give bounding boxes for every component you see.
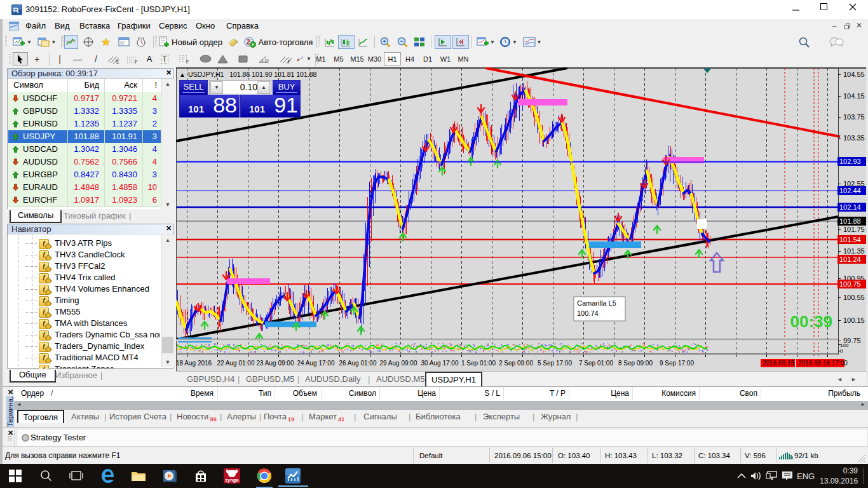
svg-text:18 Aug 2016: 18 Aug 2016 [176, 360, 212, 367]
svg-text:0: 0 [840, 348, 843, 354]
svg-text:9 Sep 17:00: 9 Sep 17:00 [660, 360, 694, 367]
svg-text:101.88: 101.88 [839, 217, 861, 225]
svg-text:▲: ▲ [179, 71, 186, 78]
svg-text:101.54: 101.54 [839, 236, 861, 243]
svg-text:00:39: 00:39 [790, 312, 833, 331]
svg-text:100.75: 100.75 [839, 280, 861, 288]
svg-text:7 Sep 01:00: 7 Sep 01:00 [579, 360, 613, 367]
svg-text:101.24: 101.24 [839, 255, 861, 263]
svg-text:103.35: 103.35 [843, 134, 865, 142]
svg-text:22 Aug 01:00: 22 Aug 01:00 [217, 360, 255, 367]
svg-text:102.14: 102.14 [839, 203, 861, 211]
svg-text:Camarilla L5: Camarilla L5 [577, 299, 616, 307]
svg-text:26 Aug 01:00: 26 Aug 01:00 [339, 360, 377, 367]
svg-text:100: 100 [840, 342, 849, 348]
svg-text:102.93: 102.93 [839, 158, 861, 165]
svg-text:8 Sep 09:00: 8 Sep 09:00 [618, 360, 653, 367]
svg-text:F: F [186, 60, 189, 64]
svg-text:USDJPY,H1 101.86 101.90 101.: USDJPY,H1 101.86 101.90 101.81 101.88 [188, 71, 317, 78]
svg-text:2 Sep 09:00: 2 Sep 09:00 [499, 360, 533, 367]
svg-text:2016.09.16 17:00: 2016.09.16 17:00 [798, 360, 848, 367]
svg-text:24 Aug 17:00: 24 Aug 17:00 [297, 360, 335, 367]
svg-text:1 Sep 01:00: 1 Sep 01:00 [461, 360, 496, 367]
svg-text:F: F [288, 60, 290, 64]
svg-text:F: F [135, 60, 137, 64]
svg-text:100.74: 100.74 [577, 309, 599, 317]
svg-text:102.44: 102.44 [839, 187, 861, 194]
svg-text:2016.09.15: 2016.09.15 [763, 360, 794, 367]
svg-text:104.15: 104.15 [843, 92, 865, 100]
svg-text:100.55: 100.55 [843, 294, 865, 301]
svg-text:E: E [116, 60, 119, 64]
svg-text:30 Aug 17:00: 30 Aug 17:00 [421, 360, 459, 367]
svg-text:5 Sep 17:00: 5 Sep 17:00 [538, 360, 572, 367]
svg-text:29 Aug 09:00: 29 Aug 09:00 [380, 360, 417, 367]
svg-text:104.55: 104.55 [843, 71, 865, 78]
svg-text:103.75: 103.75 [843, 113, 865, 121]
svg-text:101.35: 101.35 [843, 247, 865, 255]
svg-text:100.15: 100.15 [843, 316, 865, 324]
svg-text:101.75: 101.75 [843, 226, 865, 233]
svg-text:23 Aug 09:00: 23 Aug 09:00 [257, 360, 294, 367]
